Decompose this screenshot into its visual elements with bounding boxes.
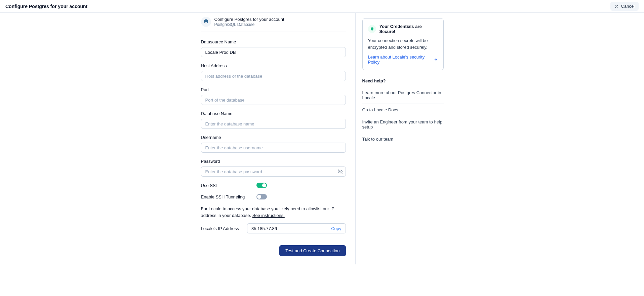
password-label: Password bbox=[201, 159, 346, 164]
eye-off-icon bbox=[338, 169, 343, 174]
help-item-invite-engineer[interactable]: Invite an Engineer from your team to hel… bbox=[362, 116, 444, 133]
ip-address-value: 35.185.77.86 bbox=[251, 226, 277, 231]
datasource-name-label: Datasource Name bbox=[201, 39, 346, 44]
page-title: Configure Postgres for your account bbox=[5, 4, 87, 9]
host-address-input[interactable] bbox=[201, 71, 346, 81]
host-address-label: Host Address bbox=[201, 63, 346, 68]
secure-description: Your connection secrets will be encrypte… bbox=[368, 37, 438, 50]
secure-title: Your Credentials are Secure! bbox=[379, 24, 438, 34]
help-item-postgres-connector[interactable]: Learn more about Postgres Connector in L… bbox=[362, 87, 444, 104]
shield-icon bbox=[368, 25, 376, 33]
enable-ssh-toggle[interactable] bbox=[256, 194, 267, 199]
enable-ssh-label: Enable SSH Tunneling bbox=[201, 194, 245, 199]
ip-address-box: 35.185.77.86 Copy bbox=[247, 223, 346, 233]
database-name-input[interactable] bbox=[201, 119, 346, 129]
postgres-icon bbox=[201, 17, 211, 27]
datasource-name-input[interactable] bbox=[201, 47, 346, 57]
use-ssl-toggle[interactable] bbox=[256, 183, 267, 188]
arrow-right-icon bbox=[434, 58, 438, 62]
close-icon bbox=[614, 4, 619, 9]
database-name-label: Database Name bbox=[201, 111, 346, 116]
username-input[interactable] bbox=[201, 143, 346, 153]
password-input[interactable] bbox=[201, 166, 346, 177]
secure-credentials-card: Your Credentials are Secure! Your connec… bbox=[362, 18, 444, 70]
form-header-subtitle: PostgreSQL Database bbox=[214, 22, 284, 27]
port-input[interactable] bbox=[201, 95, 346, 105]
test-create-connection-button[interactable]: Test and Create Connection bbox=[279, 245, 346, 256]
help-item-talk-to-team[interactable]: Talk to our team bbox=[362, 133, 444, 145]
username-label: Username bbox=[201, 135, 346, 140]
use-ssl-label: Use SSL bbox=[201, 183, 218, 188]
form-column: Configure Postgres for your account Post… bbox=[201, 13, 356, 264]
password-visibility-toggle[interactable] bbox=[338, 169, 343, 174]
cancel-button-label: Cancel bbox=[621, 4, 635, 9]
copy-button[interactable]: Copy bbox=[331, 226, 341, 231]
cancel-button[interactable]: Cancel bbox=[610, 2, 639, 11]
see-instructions-link[interactable]: See instructions. bbox=[252, 213, 285, 218]
port-label: Port bbox=[201, 87, 346, 92]
side-column: Your Credentials are Secure! Your connec… bbox=[356, 13, 444, 264]
security-policy-link-label: Learn about Locale's security Policy bbox=[368, 54, 432, 65]
security-policy-link[interactable]: Learn about Locale's security Policy bbox=[368, 54, 438, 65]
ip-address-label: Locale's IP Address bbox=[201, 226, 239, 231]
need-help-title: Need help? bbox=[362, 78, 444, 83]
form-header: Configure Postgres for your account Post… bbox=[201, 13, 346, 32]
help-item-locale-docs[interactable]: Go to Locale Docs bbox=[362, 104, 444, 116]
allowlist-info: For Locale to access your database you l… bbox=[201, 206, 346, 219]
help-list: Learn more about Postgres Connector in L… bbox=[362, 87, 444, 145]
form-header-title: Configure Postgres for your account bbox=[214, 17, 284, 22]
page-header: Configure Postgres for your account Canc… bbox=[0, 0, 644, 13]
